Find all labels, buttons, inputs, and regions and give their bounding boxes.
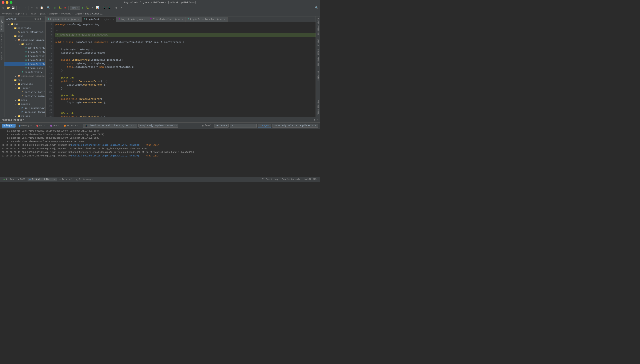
tab-project[interactable]: 1: Project — [0, 16, 4, 32]
toolbar-paste-icon[interactable]: 📋 — [40, 6, 44, 10]
panel-dropdown-arrow[interactable]: ▾ — [18, 18, 20, 20]
show-selected-app-button[interactable]: Show only selected application ▾ — [272, 124, 318, 128]
tab-close-loginlogic[interactable]: ✕ — [144, 18, 146, 21]
breadcrumb-logincontrol[interactable]: LoginControl — [85, 12, 102, 15]
toolbar-settings-icon[interactable]: ⚙ — [114, 6, 118, 10]
breadcrumb-login[interactable]: Login — [74, 12, 82, 15]
tab-clickinterface[interactable]: I ClickInterface.java ✕ — [148, 17, 186, 22]
tree-item-androidmanifest[interactable]: 🗋 AndroidManifest.xml — [4, 30, 45, 34]
tab-logincontrol[interactable]: C LoginControl.java ✕ — [82, 17, 116, 22]
toolbar-debug2-icon[interactable]: 🐛 — [86, 6, 90, 10]
toolbar-copy-icon[interactable]: ⎘ — [35, 6, 39, 10]
tab-close-logininterfaceimp[interactable]: ✕ — [224, 18, 225, 21]
tree-item-activity-main[interactable]: 🗋 activity_main.xml — [4, 94, 45, 98]
tab-close-loginactivity[interactable]: ✕ — [78, 18, 79, 21]
tab-close-logincontrol[interactable]: ✕ — [112, 18, 114, 21]
toolbar-find-icon[interactable]: 🔍 — [46, 6, 50, 10]
tab-todo[interactable]: ✔ TODO — [16, 178, 27, 181]
bottom-action-pin[interactable]: ─ — [317, 118, 318, 121]
toolbar-open-icon[interactable]: 📂 — [6, 6, 10, 10]
tab-gradle-console[interactable]: Gradle Console — [280, 178, 302, 181]
tab-messages[interactable]: ◫ 0: Messages — [75, 178, 95, 181]
panel-action-expand[interactable]: ⊕ — [37, 18, 39, 20]
tab-event-log[interactable]: 31 Event Log — [260, 178, 280, 181]
log-search-input[interactable] — [234, 124, 254, 127]
window-controls[interactable] — [2, 1, 12, 4]
tab-logininterfaceimp[interactable]: C LoginInterfaceImp.java ✕ — [186, 17, 228, 22]
network-tab[interactable]: Network → — [62, 124, 80, 127]
tree-item-res[interactable]: ▾ 📁 res — [4, 78, 45, 82]
toolbar-back-icon[interactable]: ← — [18, 6, 22, 10]
toolbar-cut-icon[interactable]: ✂ — [30, 6, 34, 10]
tree-item-activity-login[interactable]: 🗋 activity_login.xml — [4, 90, 45, 94]
tab-android-model[interactable]: Android Model — [316, 98, 320, 117]
breadcrumb-main[interactable]: main — [31, 12, 36, 15]
tab-loginlogic[interactable]: I LoginLogic.java ✕ — [116, 17, 148, 22]
tab-run[interactable]: ▶ 4: Run — [2, 178, 16, 181]
tree-item-package[interactable]: ▾ 📦 sample.wjj.mvpdemo — [4, 38, 45, 42]
device-selector[interactable]: 📱 Xiaomi MI 3W Android 6.0.1, API 23 ▾ — [83, 124, 137, 128]
breadcrumb-sample[interactable]: sample — [49, 12, 58, 15]
log-level-select[interactable]: Verbose ▾ — [214, 124, 229, 128]
tab-android-monitor[interactable]: ⊕ 6: Android Monitor — [28, 178, 57, 181]
app-run-config[interactable]: app ▾ — [70, 6, 80, 10]
tree-item-app[interactable]: ▾ 📁 app — [4, 22, 45, 26]
tab-captures[interactable]: Captures — [0, 50, 4, 63]
toolbar-save-all-icon[interactable]: 💾 — [11, 6, 15, 10]
tree-item-mipmap[interactable]: ▾ 📁 mipmap — [4, 102, 45, 106]
tree-item-logicinterface[interactable]: I LogicInterface — [4, 50, 45, 54]
toolbar-profiler-icon[interactable]: 📊 — [96, 6, 100, 10]
toolbar-sdk-icon[interactable]: 📱 — [102, 6, 106, 10]
tab-maven-projects[interactable]: Maven Projects — [316, 16, 320, 37]
tree-item-layout[interactable]: ▾ 📁 layout — [4, 86, 45, 90]
tab-favorites[interactable]: Favorites — [316, 68, 320, 82]
breadcrumb-mvpdemo[interactable]: MVPDemo — [2, 12, 12, 15]
tree-item-icon-png[interactable]: 🖼 icon.png (hdpi) — [4, 110, 45, 114]
tree-item-java[interactable]: ▾ 📁 java — [4, 34, 45, 38]
close-button[interactable] — [2, 1, 4, 4]
tree-item-loginactivity[interactable]: C LoginActivity — [4, 54, 45, 58]
tree-item-logincontrol[interactable]: C LoginControl — [4, 58, 45, 62]
breadcrumb-mvpdemo2[interactable]: mvpdemo — [61, 12, 71, 15]
toolbar-coverage-icon[interactable]: ⚡ — [91, 6, 95, 10]
tree-item-clickinterface[interactable]: I ClickInterface — [4, 46, 45, 50]
toolbar-avd-icon[interactable]: 📱 — [107, 6, 111, 10]
tree-item-loginlogic[interactable]: I LoginLogic — [4, 66, 45, 70]
panel-action-sync[interactable]: ⟳ — [34, 18, 36, 20]
tab-loginactivity[interactable]: A LoginActivity.java ✕ — [46, 17, 82, 22]
toolbar-run2-icon[interactable]: ▶ — [81, 6, 85, 10]
tree-item-values[interactable]: ▸ 📁 values — [4, 114, 45, 117]
panel-action-pin[interactable]: ─ — [42, 18, 44, 20]
tab-terminal[interactable]: ⊡ Terminal — [58, 178, 74, 181]
memory-tab[interactable]: Memory → — [17, 124, 33, 127]
tab-build-variants[interactable]: Build Variants — [316, 48, 320, 68]
tree-item-ic-launcher[interactable]: ▸ 🖼 ic_launcher.png (5) — [4, 106, 45, 110]
toolbar-help-icon[interactable]: ? — [119, 6, 123, 10]
toolbar-run-icon[interactable]: ▶ — [53, 6, 57, 10]
code-text[interactable]: package sample.wjj.mvpdemo.Login; /** * … — [54, 22, 316, 117]
breadcrumb-src[interactable]: src — [23, 12, 27, 15]
cpu-tab[interactable]: CPU → — [35, 124, 47, 127]
toolbar-new-icon[interactable]: ⊞ — [1, 6, 5, 10]
tree-item-login-folder[interactable]: ▾ 📁 Login — [4, 42, 45, 46]
tree-item-mainactivity[interactable]: C MainActivity — [4, 70, 45, 74]
code-content[interactable]: 12345 678910 1112131415 1617181920 21222… — [46, 22, 316, 117]
toolbar-debug-icon[interactable]: 🐛 — [58, 6, 62, 10]
tree-item-drawable[interactable]: ▸ 📁 drawable — [4, 82, 45, 86]
tab-close-clickinterface[interactable]: ✕ — [182, 18, 183, 21]
toolbar-stop-icon[interactable]: ■ — [63, 6, 67, 10]
breadcrumb-java[interactable]: java — [40, 12, 46, 15]
tab-gradle[interactable]: Gradle — [316, 37, 320, 48]
log-output[interactable]: at android.view.ViewRootImpl.deliverInpu… — [0, 129, 320, 177]
tree-item-logininterfaceimp[interactable]: C LoginInterfaceImp — [4, 62, 45, 66]
maximize-button[interactable] — [10, 1, 12, 4]
tree-item-manifests[interactable]: ▾ 📁 manifests — [4, 26, 45, 30]
logcat-tab[interactable]: ⊕ logcat — [2, 124, 16, 128]
tree-item-menu[interactable]: ▸ 📁 menu — [4, 98, 45, 102]
tree-item-androidtest[interactable]: ▸ 📦 sample.wjj.mvpdemo (androidTest) — [4, 74, 45, 78]
panel-action-settings[interactable]: ⚙ — [40, 18, 41, 20]
bottom-action-settings[interactable]: ⚙ — [314, 118, 316, 121]
breadcrumb-app[interactable]: app — [15, 12, 20, 15]
toolbar-search-icon[interactable]: 🔍 — [315, 6, 319, 10]
gpu-tab[interactable]: GPU → — [48, 124, 61, 127]
